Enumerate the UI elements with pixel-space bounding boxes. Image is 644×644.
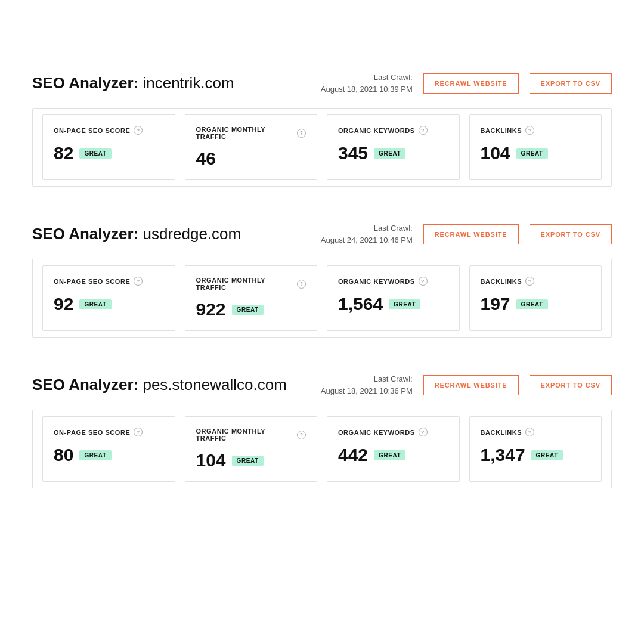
metric-value: 197 — [481, 294, 510, 314]
metric-badge: GREAT — [531, 450, 563, 460]
metric-card-3: ORGANIC KEYWORDS?442GREAT — [327, 416, 460, 482]
metric-badge: GREAT — [516, 299, 548, 309]
recrawl-button[interactable]: RECRAWL WEBSITE — [423, 224, 519, 244]
metric-label: BACKLINKS? — [481, 428, 591, 436]
header-right: Last Crawl:August 18, 2021 10:39 PMRECRA… — [321, 72, 612, 95]
metric-badge: GREAT — [79, 299, 111, 309]
analyzer-domain: usdredge.com — [143, 225, 241, 243]
info-icon[interactable]: ? — [297, 129, 306, 138]
metric-card-3: ORGANIC KEYWORDS?1,564GREAT — [327, 265, 460, 331]
metric-label: BACKLINKS? — [481, 277, 591, 286]
info-icon[interactable]: ? — [419, 126, 428, 135]
last-crawl-label: Last Crawl: — [321, 222, 413, 234]
info-icon[interactable]: ? — [525, 126, 534, 135]
info-icon[interactable]: ? — [134, 126, 143, 135]
analyzer-title-bold: SEO Analyzer: — [32, 74, 138, 92]
last-crawl-date: August 18, 2021 10:36 PM — [321, 385, 413, 397]
analyzer-domain: pes.stonewallco.com — [143, 376, 286, 394]
analyzer-title: SEO Analyzer: incentrik.com — [32, 74, 234, 92]
metric-label-text: ORGANIC MONTHLY TRAFFIC — [196, 126, 294, 140]
info-icon[interactable]: ? — [419, 428, 428, 436]
last-crawl: Last Crawl:August 24, 2021 10:46 PM — [321, 222, 413, 246]
metric-value: 922 — [196, 299, 226, 320]
last-crawl: Last Crawl:August 18, 2021 10:39 PM — [321, 72, 413, 95]
metric-badge: GREAT — [232, 305, 264, 315]
metric-value: 345 — [338, 143, 368, 163]
analyzer-title-bold: SEO Analyzer: — [32, 376, 138, 394]
analyzer-title-bold: SEO Analyzer: — [32, 225, 138, 243]
analyzer-header: SEO Analyzer: usdredge.comLast Crawl:Aug… — [32, 222, 612, 246]
metric-badge: GREAT — [374, 148, 405, 159]
metric-value-row: 80GREAT — [54, 445, 164, 465]
metric-card-2: ORGANIC MONTHLY TRAFFIC?46 — [185, 114, 318, 180]
metric-badge: GREAT — [516, 148, 548, 159]
analyzer-section-2: SEO Analyzer: usdredge.comLast Crawl:Aug… — [32, 222, 612, 338]
metric-value-row: 46 — [196, 148, 306, 169]
metric-badge: GREAT — [374, 450, 405, 460]
metric-label-text: ORGANIC KEYWORDS — [338, 127, 415, 134]
recrawl-button[interactable]: RECRAWL WEBSITE — [423, 375, 519, 395]
metric-card-1: ON-PAGE SEO SCORE?92GREAT — [42, 265, 175, 331]
export-csv-button[interactable]: EXPORT TO CSV — [530, 375, 612, 395]
analyzer-section-3: SEO Analyzer: pes.stonewallco.comLast Cr… — [32, 373, 612, 488]
last-crawl-date: August 18, 2021 10:39 PM — [321, 83, 413, 95]
metric-value: 92 — [54, 294, 73, 314]
metric-label: ORGANIC KEYWORDS? — [338, 277, 448, 286]
metric-value-row: 1,347GREAT — [481, 445, 591, 465]
metric-value: 82 — [54, 143, 73, 163]
metric-value-row: 104GREAT — [481, 143, 591, 163]
metric-value-row: 345GREAT — [338, 143, 448, 163]
analyzer-header: SEO Analyzer: pes.stonewallco.comLast Cr… — [32, 373, 612, 397]
info-icon[interactable]: ? — [297, 431, 306, 439]
metric-label-text: BACKLINKS — [481, 429, 522, 436]
metric-card-4: BACKLINKS?104GREAT — [469, 114, 602, 180]
info-icon[interactable]: ? — [134, 277, 143, 286]
metric-value-row: 442GREAT — [338, 445, 448, 465]
metric-value: 46 — [196, 148, 216, 169]
metric-label-text: ORGANIC MONTHLY TRAFFIC — [196, 277, 294, 291]
metric-label: ORGANIC KEYWORDS? — [338, 428, 448, 436]
metric-badge: GREAT — [79, 148, 111, 159]
metric-label-text: ORGANIC KEYWORDS — [338, 278, 415, 285]
metric-value-row: 1,564GREAT — [338, 294, 448, 314]
metrics-row: ON-PAGE SEO SCORE?80GREATORGANIC MONTHLY… — [32, 410, 612, 488]
last-crawl-label: Last Crawl: — [321, 373, 413, 385]
analyzer-domain: incentrik.com — [143, 74, 234, 92]
info-icon[interactable]: ? — [297, 280, 306, 289]
last-crawl: Last Crawl:August 18, 2021 10:36 PM — [321, 373, 413, 397]
metric-value: 1,564 — [338, 294, 383, 314]
metric-label-text: ORGANIC KEYWORDS — [338, 429, 415, 436]
metric-label: ON-PAGE SEO SCORE? — [54, 428, 164, 436]
metric-value-row: 197GREAT — [481, 294, 591, 314]
metric-label: ORGANIC MONTHLY TRAFFIC? — [196, 277, 306, 291]
metric-label: ON-PAGE SEO SCORE? — [54, 277, 164, 286]
metric-badge: GREAT — [232, 456, 264, 466]
info-icon[interactable]: ? — [525, 277, 534, 286]
metric-badge: GREAT — [79, 450, 111, 460]
metric-label-text: ON-PAGE SEO SCORE — [54, 278, 130, 285]
metric-label: ON-PAGE SEO SCORE? — [54, 126, 164, 135]
metric-label: ORGANIC KEYWORDS? — [338, 126, 448, 135]
info-icon[interactable]: ? — [525, 428, 534, 436]
metric-label-text: BACKLINKS — [481, 278, 522, 285]
last-crawl-date: August 24, 2021 10:46 PM — [321, 234, 413, 246]
last-crawl-label: Last Crawl: — [321, 72, 413, 83]
metric-label-text: ON-PAGE SEO SCORE — [54, 127, 130, 134]
metric-value: 104 — [196, 450, 226, 470]
metric-value-row: 92GREAT — [54, 294, 164, 314]
metric-card-4: BACKLINKS?197GREAT — [469, 265, 602, 331]
export-csv-button[interactable]: EXPORT TO CSV — [530, 73, 612, 94]
info-icon[interactable]: ? — [419, 277, 428, 286]
metric-value: 1,347 — [481, 445, 525, 465]
recrawl-button[interactable]: RECRAWL WEBSITE — [423, 73, 519, 94]
info-icon[interactable]: ? — [134, 428, 143, 436]
metric-card-2: ORGANIC MONTHLY TRAFFIC?922GREAT — [185, 265, 318, 331]
metric-label-text: BACKLINKS — [481, 127, 522, 134]
metric-value-row: 104GREAT — [196, 450, 306, 470]
metric-value-row: 82GREAT — [54, 143, 164, 163]
metric-label: BACKLINKS? — [481, 126, 591, 135]
metric-badge: GREAT — [389, 299, 420, 309]
metrics-row: ON-PAGE SEO SCORE?82GREATORGANIC MONTHLY… — [32, 108, 612, 187]
metrics-row: ON-PAGE SEO SCORE?92GREATORGANIC MONTHLY… — [32, 259, 612, 338]
export-csv-button[interactable]: EXPORT TO CSV — [530, 224, 612, 244]
